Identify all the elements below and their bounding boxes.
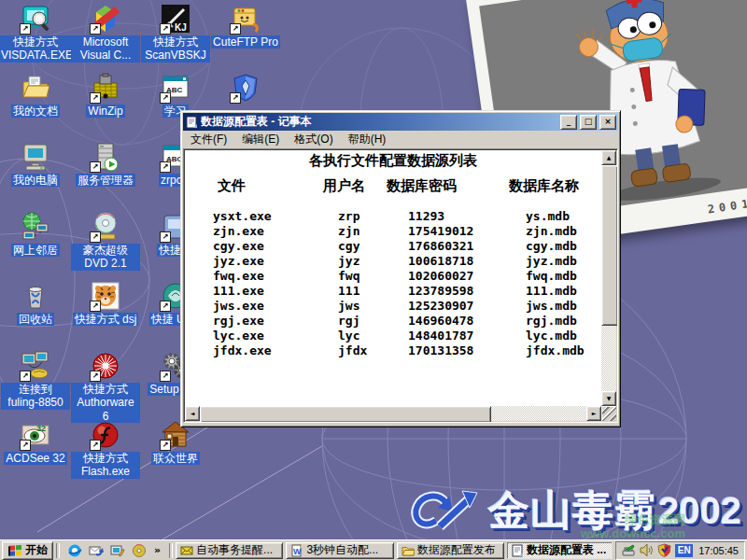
- icon-label: 快捷方式 VISDATA.EXE: [0, 35, 72, 63]
- shortcut-arrow-icon: ↗: [160, 92, 171, 104]
- volume-tray-icon[interactable]: [640, 543, 654, 557]
- vertical-scroll-thumb[interactable]: [601, 165, 618, 326]
- recycle-bin-icon: [21, 281, 50, 311]
- desktop-icon-blue-shield[interactable]: ↗: [211, 73, 280, 103]
- tray-clock[interactable]: 17:05:45: [697, 542, 739, 559]
- visdata-icon: ↗: [21, 4, 50, 34]
- icon-label: 快捷方式 Authorware 6: [71, 383, 140, 423]
- windows-logo-icon: [7, 544, 22, 557]
- icon-label: 豪杰超级DVD 2.1: [71, 244, 140, 271]
- task-label: 3秒钟自动配...: [306, 542, 378, 558]
- desktop-icon-dsj[interactable]: ↗ 快捷方式 dsj: [71, 281, 140, 326]
- shortcut-arrow-icon: ↗: [230, 92, 241, 104]
- resize-grip[interactable]: [602, 407, 616, 421]
- outlook-express-icon[interactable]: [88, 542, 105, 559]
- desktop-icon-visdata[interactable]: ↗ 快捷方式 VISDATA.EXE: [1, 4, 70, 63]
- dvd-player-icon: ↗: [91, 212, 120, 242]
- start-button[interactable]: 开始: [2, 541, 53, 560]
- table-row: zjn.exezjn175419012zjn.mdb: [184, 224, 617, 239]
- shortcut-arrow-icon: ↗: [20, 371, 31, 382]
- table-row: cgy.execgy176860321cgy.mdb: [184, 239, 617, 254]
- quick-launch-overflow-chevron[interactable]: »: [152, 544, 162, 556]
- show-desktop-icon[interactable]: [109, 542, 126, 559]
- shortcut-arrow-icon: ↗: [160, 161, 171, 173]
- shortcut-arrow-icon: ↗: [90, 231, 101, 243]
- menu-bar: 文件(F) 编辑(E) 格式(O) 帮助(H): [183, 131, 618, 148]
- menu-file[interactable]: 文件(F): [183, 130, 234, 149]
- table-row: jws.exejws125230907jws.mdb: [184, 299, 617, 314]
- vertical-scrollbar[interactable]: ▲ ▼: [601, 150, 616, 406]
- desktop-icon-dvd-player[interactable]: ↗ 豪杰超级DVD 2.1: [71, 212, 140, 271]
- table-row: jyz.exejyz100618718jyz.mdb: [184, 254, 617, 269]
- close-button[interactable]: ×: [599, 115, 616, 130]
- task-button-reminder[interactable]: 自动事务提醒...: [176, 542, 283, 559]
- blue-shield-icon: ↗: [231, 73, 261, 103]
- desktop-icon-authorware[interactable]: ↗ 快捷方式 Authorware 6: [71, 351, 140, 423]
- task-button-datasource-publish[interactable]: 数据源配置发布: [397, 542, 504, 559]
- taskbar: 开始 » 自动事务提醒... W 3秒钟自动配... 数据源配置发布 数据源配置…: [0, 539, 747, 560]
- table-row: lyc.exelyc148401787lyc.mdb: [184, 329, 617, 343]
- shortcut-arrow-icon: ↗: [90, 371, 101, 382]
- menu-help[interactable]: 帮助(H): [341, 130, 394, 149]
- language-indicator[interactable]: EN: [675, 544, 693, 557]
- dialup-connection-icon: ↗: [21, 351, 50, 381]
- minimize-button[interactable]: _: [560, 115, 577, 130]
- horizontal-scroll-thumb[interactable]: [200, 406, 491, 423]
- table-row: ysxt.exezrp11293ys.mdb: [184, 209, 617, 224]
- window-title: 数据源配置表 - 记事本: [201, 113, 557, 131]
- logo-year-text: 2002: [658, 492, 741, 529]
- tiger-icon: ↗: [91, 281, 120, 311]
- antivirus-shield-tray-icon[interactable]: [657, 543, 671, 557]
- icon-label: 回收站: [17, 313, 54, 326]
- desktop-icon-flash[interactable]: ↗ 快捷方式 Flash.exe: [71, 420, 140, 479]
- kingsoft-logo: 金山毒霸 2002: [408, 483, 741, 538]
- scroll-up-button[interactable]: ▲: [601, 150, 616, 165]
- desktop-icon-service-manager[interactable]: ↗ 服务管理器: [71, 142, 140, 187]
- quick-launch: »: [63, 542, 166, 559]
- scroll-down-button[interactable]: ▼: [601, 391, 616, 406]
- task-buttons: 自动事务提醒... W 3秒钟自动配... 数据源配置发布 数据源配置表 ...: [176, 542, 613, 559]
- internet-explorer-icon[interactable]: [66, 542, 83, 559]
- desktop-icon-my-documents[interactable]: 我的文档: [1, 73, 70, 118]
- flash-icon: ↗: [91, 420, 120, 450]
- desktop-icon-my-computer[interactable]: 我的电脑: [1, 142, 70, 187]
- icon-label: 网上邻居: [11, 244, 60, 257]
- desktop-icon-visual-cpp[interactable]: ↗ Microsoft Visual C...: [71, 4, 140, 63]
- shortcut-arrow-icon: ↗: [160, 23, 171, 35]
- shortcut-arrow-icon: ↗: [230, 23, 241, 35]
- icon-label: Microsoft Visual C...: [71, 35, 140, 63]
- photo-date: 2001.12.1: [707, 189, 747, 216]
- shortcut-arrow-icon: ↗: [90, 161, 101, 173]
- maximize-button[interactable]: □: [580, 115, 597, 130]
- media-player-icon[interactable]: [131, 542, 148, 559]
- shortcut-arrow-icon: ↗: [90, 301, 101, 312]
- task-button-datasource-table-active[interactable]: 数据源配置表 ...: [507, 542, 613, 559]
- desktop-icon-network-places[interactable]: 网上邻居: [1, 212, 70, 257]
- desktop-icon-acdsee[interactable]: 32↗ ACDSee 32: [1, 420, 70, 465]
- abc-window-icon: ABC↗: [161, 73, 190, 103]
- scroll-left-button[interactable]: ◄: [185, 406, 200, 421]
- scroll-right-button[interactable]: ►: [586, 406, 601, 421]
- desktop-icon-scanvbskj[interactable]: KJ↗ 快捷方式 ScanVBSKJ: [141, 4, 210, 63]
- shortcut-arrow-icon: ↗: [90, 92, 101, 104]
- text-area[interactable]: 各执行文件配置数据源列表 文件 用户名 数据库密码 数据库名称 ysxt.exe…: [183, 148, 618, 423]
- desktop-icon-winzip[interactable]: ↗ WinZip: [71, 73, 140, 118]
- my-documents-icon: [21, 73, 50, 103]
- horizontal-scrollbar[interactable]: ◄ ►: [185, 406, 601, 421]
- cuteftp-icon: ↗: [231, 4, 261, 34]
- desktop-icon-recycle-bin[interactable]: 回收站: [1, 281, 70, 326]
- word-document-icon: W: [290, 544, 303, 557]
- scanner-tray-icon[interactable]: [622, 543, 636, 557]
- menu-edit[interactable]: 编辑(E): [234, 130, 287, 149]
- task-button-word-doc[interactable]: W 3秒钟自动配...: [286, 542, 393, 559]
- desktop-icon-cuteftp[interactable]: ↗ CuteFTP Pro: [211, 4, 280, 49]
- title-bar[interactable]: 数据源配置表 - 记事本 _ □ ×: [183, 113, 618, 131]
- logo-brand-text: 金山毒霸: [488, 490, 656, 531]
- acdsee-icon: 32↗: [21, 420, 50, 450]
- authorware-icon: ↗: [91, 351, 120, 381]
- system-tray: EN 17:05:45: [615, 541, 745, 560]
- task-label: 数据源配置发布: [417, 542, 496, 558]
- icon-label: 快捷方式 dsj: [73, 313, 139, 326]
- menu-format[interactable]: 格式(O): [287, 130, 340, 149]
- desktop-icon-dialup-connection[interactable]: ↗ 连接到 fuling-8850: [1, 351, 70, 410]
